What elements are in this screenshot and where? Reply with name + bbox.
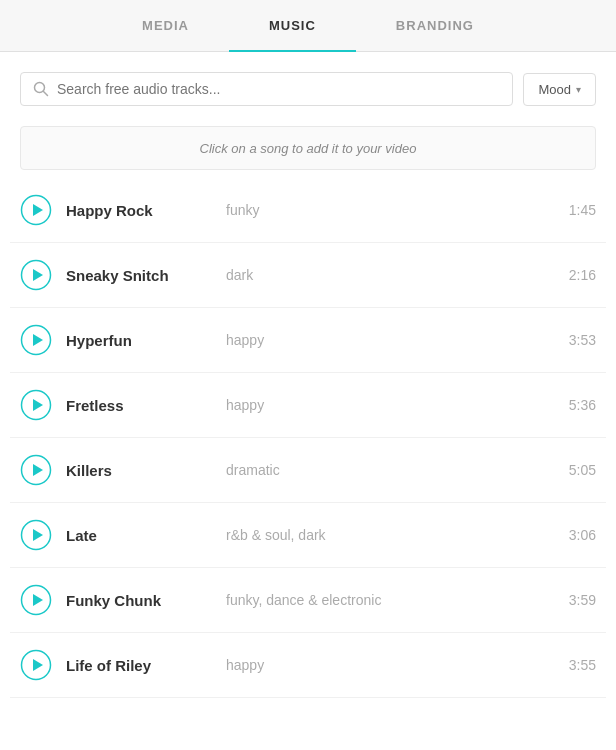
- track-name: Fretless: [66, 397, 226, 414]
- search-icon: [33, 81, 49, 97]
- track-item[interactable]: Late r&b & soul, dark 3:06: [10, 503, 606, 568]
- track-tags: funky: [226, 202, 546, 218]
- tab-bar: MEDIA MUSIC BRANDING: [0, 0, 616, 52]
- track-duration: 5:36: [556, 397, 596, 413]
- play-icon[interactable]: [20, 454, 52, 486]
- track-duration: 2:16: [556, 267, 596, 283]
- track-item[interactable]: Killers dramatic 5:05: [10, 438, 606, 503]
- play-icon[interactable]: [20, 194, 52, 226]
- search-wrapper: [20, 72, 513, 106]
- track-tags: dark: [226, 267, 546, 283]
- svg-marker-15: [33, 594, 43, 606]
- tab-branding[interactable]: BRANDING: [356, 0, 514, 51]
- track-item[interactable]: Fretless happy 5:36: [10, 373, 606, 438]
- svg-marker-3: [33, 204, 43, 216]
- track-duration: 1:45: [556, 202, 596, 218]
- track-tags: r&b & soul, dark: [226, 527, 546, 543]
- play-icon[interactable]: [20, 519, 52, 551]
- track-tags: happy: [226, 397, 546, 413]
- chevron-down-icon: ▾: [576, 84, 581, 95]
- svg-marker-11: [33, 464, 43, 476]
- tab-music[interactable]: MUSIC: [229, 0, 356, 51]
- tab-media[interactable]: MEDIA: [102, 0, 229, 51]
- track-name: Funky Chunk: [66, 592, 226, 609]
- track-tags: funky, dance & electronic: [226, 592, 546, 608]
- track-name: Killers: [66, 462, 226, 479]
- track-duration: 3:53: [556, 332, 596, 348]
- play-icon[interactable]: [20, 649, 52, 681]
- play-icon[interactable]: [20, 389, 52, 421]
- track-name: Sneaky Snitch: [66, 267, 226, 284]
- track-item[interactable]: Sneaky Snitch dark 2:16: [10, 243, 606, 308]
- track-name: Life of Riley: [66, 657, 226, 674]
- play-icon[interactable]: [20, 259, 52, 291]
- svg-marker-17: [33, 659, 43, 671]
- track-item[interactable]: Life of Riley happy 3:55: [10, 633, 606, 698]
- track-item[interactable]: Funky Chunk funky, dance & electronic 3:…: [10, 568, 606, 633]
- svg-marker-13: [33, 529, 43, 541]
- track-tags: happy: [226, 657, 546, 673]
- play-icon[interactable]: [20, 584, 52, 616]
- mood-dropdown-button[interactable]: Mood ▾: [523, 73, 596, 106]
- svg-line-1: [44, 92, 48, 96]
- track-list: Happy Rock funky 1:45 Sneaky Snitch dark…: [0, 178, 616, 698]
- track-tags: happy: [226, 332, 546, 348]
- svg-marker-7: [33, 334, 43, 346]
- svg-marker-9: [33, 399, 43, 411]
- track-name: Happy Rock: [66, 202, 226, 219]
- track-duration: 5:05: [556, 462, 596, 478]
- track-name: Late: [66, 527, 226, 544]
- play-icon[interactable]: [20, 324, 52, 356]
- track-name: Hyperfun: [66, 332, 226, 349]
- track-duration: 3:06: [556, 527, 596, 543]
- search-input[interactable]: [57, 81, 500, 97]
- track-item[interactable]: Happy Rock funky 1:45: [10, 178, 606, 243]
- search-section: Mood ▾: [0, 52, 616, 116]
- hint-text: Click on a song to add it to your video: [200, 141, 417, 156]
- track-tags: dramatic: [226, 462, 546, 478]
- track-duration: 3:55: [556, 657, 596, 673]
- track-duration: 3:59: [556, 592, 596, 608]
- svg-marker-5: [33, 269, 43, 281]
- track-item[interactable]: Hyperfun happy 3:53: [10, 308, 606, 373]
- hint-banner: Click on a song to add it to your video: [20, 126, 596, 170]
